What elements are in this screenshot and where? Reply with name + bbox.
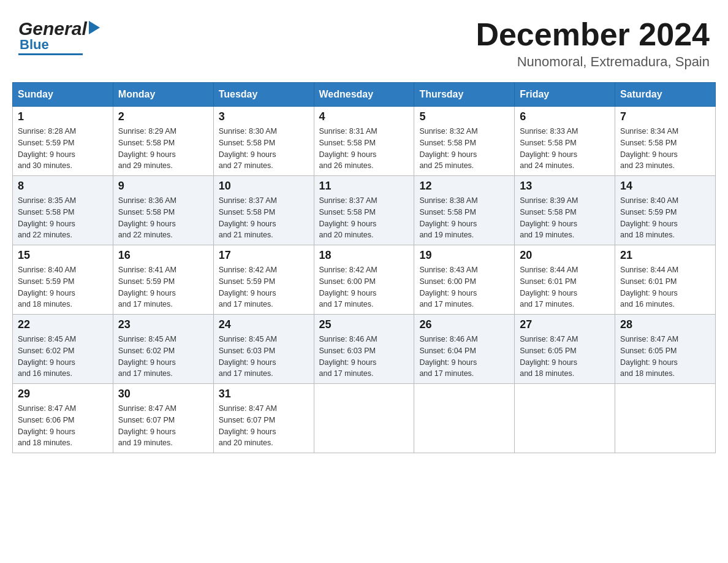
day-number: 2	[118, 110, 208, 123]
day-number: 13	[520, 180, 610, 193]
sunset: Sunset: 6:00 PM	[419, 277, 476, 286]
day-info: Sunrise: 8:32 AM Sunset: 5:58 PM Dayligh…	[419, 126, 509, 172]
daylight-minutes: and 19 minutes.	[520, 231, 574, 239]
sunrise: Sunrise: 8:47 AM	[520, 335, 578, 343]
calendar-day-cell: 1 Sunrise: 8:28 AM Sunset: 5:59 PM Dayli…	[13, 107, 113, 176]
daylight-minutes: and 18 minutes.	[18, 300, 72, 308]
day-info: Sunrise: 8:45 AM Sunset: 6:03 PM Dayligh…	[219, 334, 309, 380]
sunset: Sunset: 5:59 PM	[18, 139, 74, 147]
daylight: Daylight: 9 hours	[219, 150, 276, 159]
daylight: Daylight: 9 hours	[419, 220, 477, 228]
calendar-day-cell: 12 Sunrise: 8:38 AM Sunset: 5:58 PM Dayl…	[414, 176, 515, 245]
daylight: Daylight: 9 hours	[620, 358, 678, 367]
daylight: Daylight: 9 hours	[219, 289, 276, 297]
calendar-day-cell: 16 Sunrise: 8:41 AM Sunset: 5:59 PM Dayl…	[113, 245, 213, 315]
sunset: Sunset: 6:05 PM	[520, 347, 576, 355]
sunset: Sunset: 6:03 PM	[319, 347, 376, 355]
day-number: 4	[319, 110, 409, 123]
day-info: Sunrise: 8:46 AM Sunset: 6:03 PM Dayligh…	[319, 334, 409, 380]
calendar-day-cell: 5 Sunrise: 8:32 AM Sunset: 5:58 PM Dayli…	[414, 107, 515, 176]
day-info: Sunrise: 8:47 AM Sunset: 6:05 PM Dayligh…	[620, 334, 710, 380]
daylight: Daylight: 9 hours	[118, 427, 176, 436]
daylight: Daylight: 9 hours	[620, 289, 678, 297]
day-number: 28	[620, 318, 710, 331]
sunset: Sunset: 5:58 PM	[419, 139, 476, 147]
day-info: Sunrise: 8:45 AM Sunset: 6:02 PM Dayligh…	[18, 334, 108, 380]
calendar-week-row: 1 Sunrise: 8:28 AM Sunset: 5:59 PM Dayli…	[13, 107, 716, 176]
daylight-minutes: and 19 minutes.	[419, 231, 474, 239]
month-title: December 2024	[476, 18, 710, 50]
empty-cell	[515, 384, 615, 453]
daylight: Daylight: 9 hours	[219, 220, 276, 228]
day-number: 17	[219, 249, 309, 262]
sunset: Sunset: 5:59 PM	[18, 277, 74, 286]
sunrise: Sunrise: 8:46 AM	[319, 335, 377, 343]
logo-general-text: General	[18, 18, 87, 39]
day-number: 26	[419, 318, 509, 331]
daylight-minutes: and 17 minutes.	[219, 369, 273, 378]
daylight-minutes: and 17 minutes.	[118, 369, 173, 378]
day-info: Sunrise: 8:44 AM Sunset: 6:01 PM Dayligh…	[620, 264, 710, 310]
sunset: Sunset: 5:58 PM	[18, 208, 74, 216]
calendar-day-cell: 15 Sunrise: 8:40 AM Sunset: 5:59 PM Dayl…	[13, 245, 113, 315]
daylight-minutes: and 22 minutes.	[118, 231, 173, 239]
day-info: Sunrise: 8:45 AM Sunset: 6:02 PM Dayligh…	[118, 334, 208, 380]
daylight-minutes: and 25 minutes.	[419, 161, 474, 170]
calendar-day-cell: 8 Sunrise: 8:35 AM Sunset: 5:58 PM Dayli…	[13, 176, 113, 245]
day-number: 22	[18, 318, 108, 331]
daylight-minutes: and 29 minutes.	[118, 161, 173, 170]
sunrise: Sunrise: 8:47 AM	[620, 335, 678, 343]
daylight-minutes: and 22 minutes.	[18, 231, 72, 239]
calendar-week-row: 8 Sunrise: 8:35 AM Sunset: 5:58 PM Dayli…	[13, 176, 716, 245]
daylight-minutes: and 18 minutes.	[620, 369, 675, 378]
sunrise: Sunrise: 8:28 AM	[18, 127, 76, 136]
sunset: Sunset: 5:58 PM	[118, 139, 175, 147]
sunrise: Sunrise: 8:39 AM	[520, 196, 578, 205]
sunrise: Sunrise: 8:47 AM	[18, 404, 76, 413]
day-info: Sunrise: 8:33 AM Sunset: 5:58 PM Dayligh…	[520, 126, 610, 172]
daylight: Daylight: 9 hours	[118, 150, 176, 159]
daylight: Daylight: 9 hours	[18, 358, 75, 367]
day-number: 30	[118, 388, 208, 400]
location: Nunomoral, Extremadura, Spain	[476, 54, 710, 70]
col-friday: Friday	[515, 83, 615, 107]
calendar-day-cell: 4 Sunrise: 8:31 AM Sunset: 5:58 PM Dayli…	[314, 107, 414, 176]
calendar-day-cell: 6 Sunrise: 8:33 AM Sunset: 5:58 PM Dayli…	[515, 107, 615, 176]
daylight-minutes: and 18 minutes.	[520, 369, 574, 378]
day-info: Sunrise: 8:34 AM Sunset: 5:58 PM Dayligh…	[620, 126, 710, 172]
daylight-minutes: and 17 minutes.	[520, 300, 574, 308]
calendar-day-cell: 10 Sunrise: 8:37 AM Sunset: 5:58 PM Dayl…	[213, 176, 314, 245]
sunrise: Sunrise: 8:38 AM	[419, 196, 477, 205]
day-number: 18	[319, 249, 409, 262]
daylight-minutes: and 16 minutes.	[620, 300, 675, 308]
daylight-minutes: and 30 minutes.	[18, 161, 72, 170]
daylight-minutes: and 27 minutes.	[219, 161, 273, 170]
day-number: 12	[419, 180, 509, 193]
sunrise: Sunrise: 8:37 AM	[219, 196, 277, 205]
day-number: 25	[319, 318, 409, 331]
calendar-day-cell: 19 Sunrise: 8:43 AM Sunset: 6:00 PM Dayl…	[414, 245, 515, 315]
daylight-minutes: and 19 minutes.	[118, 439, 173, 447]
calendar-week-row: 22 Sunrise: 8:45 AM Sunset: 6:02 PM Dayl…	[13, 315, 716, 384]
daylight-minutes: and 18 minutes.	[18, 439, 72, 447]
logo: General Blue	[18, 18, 100, 55]
daylight: Daylight: 9 hours	[219, 427, 276, 436]
sunset: Sunset: 5:58 PM	[419, 208, 476, 216]
daylight: Daylight: 9 hours	[319, 289, 377, 297]
daylight: Daylight: 9 hours	[18, 150, 75, 159]
sunrise: Sunrise: 8:47 AM	[118, 404, 176, 413]
daylight: Daylight: 9 hours	[620, 220, 678, 228]
col-wednesday: Wednesday	[314, 83, 414, 107]
calendar-day-cell: 24 Sunrise: 8:45 AM Sunset: 6:03 PM Dayl…	[213, 315, 314, 384]
day-info: Sunrise: 8:37 AM Sunset: 5:58 PM Dayligh…	[319, 195, 409, 241]
day-info: Sunrise: 8:39 AM Sunset: 5:58 PM Dayligh…	[520, 195, 610, 241]
day-info: Sunrise: 8:46 AM Sunset: 6:04 PM Dayligh…	[419, 334, 509, 380]
calendar-day-cell: 27 Sunrise: 8:47 AM Sunset: 6:05 PM Dayl…	[515, 315, 615, 384]
day-number: 23	[118, 318, 208, 331]
logo-blue-text: Blue	[20, 37, 49, 52]
day-info: Sunrise: 8:41 AM Sunset: 5:59 PM Dayligh…	[118, 264, 208, 310]
col-saturday: Saturday	[615, 83, 716, 107]
calendar-table: Sunday Monday Tuesday Wednesday Thursday…	[12, 82, 716, 453]
day-info: Sunrise: 8:29 AM Sunset: 5:58 PM Dayligh…	[118, 126, 208, 172]
day-info: Sunrise: 8:47 AM Sunset: 6:07 PM Dayligh…	[219, 403, 309, 449]
